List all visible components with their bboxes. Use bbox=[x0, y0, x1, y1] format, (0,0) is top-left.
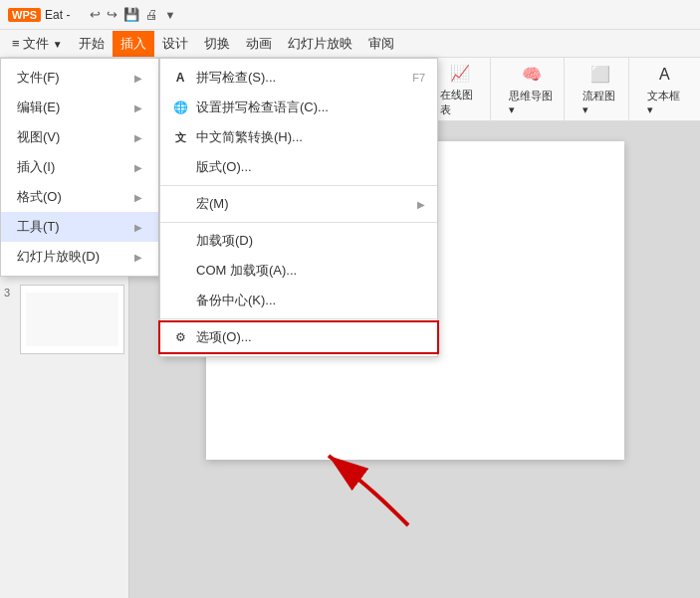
backup-icon bbox=[172, 293, 188, 308]
dropdown-insert-label: 插入(I) bbox=[17, 158, 55, 176]
slide-content-3 bbox=[26, 293, 118, 346]
options-gear-icon: ⚙ bbox=[172, 329, 188, 345]
backup-label: 备份中心(K)... bbox=[196, 292, 425, 309]
subtitle: Eat - bbox=[45, 8, 70, 22]
mindmap-icon: 🧠 bbox=[520, 63, 544, 87]
setlang-label: 设置拼写检查语言(C)... bbox=[196, 99, 425, 116]
submenu-options[interactable]: ⚙ 选项(O)... bbox=[160, 322, 437, 352]
dropdown-tools-arrow: ▶ bbox=[134, 222, 142, 233]
slide-num-3: 3 bbox=[4, 287, 16, 299]
dropdown-format[interactable]: 格式(O) ▶ bbox=[1, 182, 158, 212]
dropdown-file-label: 文件(F) bbox=[17, 69, 60, 87]
tab-insert[interactable]: 插入 bbox=[113, 31, 154, 57]
flowchart-label: 流程图▾ bbox=[583, 89, 617, 116]
macro-label: 宏(M) bbox=[196, 195, 409, 213]
comaddins-label: COM 加载项(A)... bbox=[196, 262, 425, 280]
textbox-btn[interactable]: A 文本框▾ bbox=[643, 61, 686, 118]
dropdown-view-arrow: ▶ bbox=[134, 132, 142, 143]
mindmap-label: 思维导图▾ bbox=[509, 89, 554, 116]
submenu-setlang[interactable]: 🌐 设置拼写检查语言(C)... bbox=[160, 93, 437, 122]
textbox-icon: A bbox=[652, 63, 676, 87]
slide-thumb-inner-3 bbox=[21, 286, 123, 353]
save-icon[interactable]: 💾 bbox=[123, 7, 139, 22]
menu-bar: ≡ 文件 ▼ 开始 插入 设计 切换 动画 幻灯片放映 审阅 bbox=[0, 30, 700, 58]
mindmap-btn[interactable]: 🧠 思维导图▾ bbox=[505, 61, 558, 118]
slide-item-3[interactable]: 3 bbox=[4, 285, 124, 354]
menu-item-file[interactable]: ≡ 文件 ▼ bbox=[4, 31, 71, 57]
chinese-convert-label: 中文简繁转换(H)... bbox=[196, 128, 425, 146]
options-label: 选项(O)... bbox=[196, 328, 425, 346]
submenu-chinese-convert[interactable]: 文 中文简繁转换(H)... bbox=[160, 122, 437, 152]
setlang-icon: 🌐 bbox=[172, 100, 188, 115]
dropdown-edit[interactable]: 编辑(E) ▶ bbox=[1, 93, 158, 122]
spellcheck-shortcut: F7 bbox=[412, 72, 425, 84]
print-icon[interactable]: 🖨 bbox=[145, 7, 158, 22]
submenu-backup[interactable]: 备份中心(K)... bbox=[160, 286, 437, 315]
redo-icon[interactable]: ↪ bbox=[107, 7, 117, 22]
toolbar-group-flowchart: ⬜ 流程图▾ bbox=[573, 58, 628, 120]
dropdown-arrow-icon[interactable]: ▼ bbox=[164, 9, 175, 21]
tab-design[interactable]: 设计 bbox=[154, 31, 196, 57]
macro-icon bbox=[172, 196, 188, 212]
toolbar-group-online-chart: 📈 在线图表 bbox=[430, 58, 491, 120]
tools-submenu: A 拼写检查(S)... F7 🌐 设置拼写检查语言(C)... 文 中文简繁转… bbox=[159, 58, 438, 357]
spellcheck-icon: A bbox=[172, 70, 188, 86]
dropdown-icon: ▼ bbox=[53, 39, 63, 50]
dropdown-view[interactable]: 视图(V) ▶ bbox=[1, 122, 158, 152]
dropdown-tools[interactable]: 工具(T) ▶ bbox=[1, 212, 158, 242]
flowchart-btn[interactable]: ⬜ 流程图▾ bbox=[579, 61, 621, 118]
dropdown-file-arrow: ▶ bbox=[134, 73, 142, 84]
tab-transition[interactable]: 切换 bbox=[196, 31, 238, 57]
title-text: Eat - bbox=[45, 8, 70, 22]
macro-arrow: ▶ bbox=[417, 199, 425, 210]
toolbar-group-textbox: A 文本框▾ bbox=[637, 58, 692, 120]
spellcheck-label: 拼写检查(S)... bbox=[196, 69, 404, 87]
format-icon bbox=[172, 159, 188, 175]
addins-label: 加载项(D) bbox=[196, 232, 425, 250]
app-logo: WPS bbox=[8, 8, 41, 22]
title-bar: WPS Eat - ↩ ↪ 💾 🖨 ▼ bbox=[0, 0, 700, 30]
dropdown-tools-label: 工具(T) bbox=[17, 218, 60, 236]
dropdown-edit-arrow: ▶ bbox=[134, 102, 142, 113]
textbox-label: 文本框▾ bbox=[647, 89, 682, 116]
submenu-spellcheck[interactable]: A 拼写检查(S)... F7 bbox=[160, 63, 437, 93]
addins-icon bbox=[172, 233, 188, 249]
flowchart-icon: ⬜ bbox=[588, 63, 612, 87]
submenu-divider-1 bbox=[160, 185, 437, 186]
online-chart-label: 在线图表 bbox=[440, 88, 480, 117]
online-chart-btn[interactable]: 📈 在线图表 bbox=[436, 60, 484, 119]
comaddins-icon bbox=[172, 263, 188, 279]
dropdown-insert[interactable]: 插入(I) ▶ bbox=[1, 152, 158, 182]
wps-icon: WPS bbox=[8, 8, 41, 22]
tab-slideshow[interactable]: 幻灯片放映 bbox=[280, 31, 360, 57]
title-bar-left: WPS Eat - bbox=[8, 8, 70, 22]
submenu-macro[interactable]: 宏(M) ▶ bbox=[160, 189, 437, 219]
dropdown-format-arrow: ▶ bbox=[134, 192, 142, 203]
dropdown-slideshow-label: 幻灯片放映(D) bbox=[17, 248, 100, 266]
submenu-divider-3 bbox=[160, 318, 437, 319]
submenu-divider-2 bbox=[160, 222, 437, 223]
file-dropdown: 文件(F) ▶ 编辑(E) ▶ 视图(V) ▶ 插入(I) ▶ 格式(O) ▶ … bbox=[0, 58, 159, 277]
submenu-comaddins[interactable]: COM 加载项(A)... bbox=[160, 256, 437, 286]
tab-start[interactable]: 开始 bbox=[71, 31, 113, 57]
tab-animation[interactable]: 动画 bbox=[238, 31, 280, 57]
dropdown-view-label: 视图(V) bbox=[17, 128, 60, 146]
dropdown-slideshow-arrow: ▶ bbox=[134, 252, 142, 263]
dropdown-slideshow[interactable]: 幻灯片放映(D) ▶ bbox=[1, 242, 158, 272]
tab-review[interactable]: 审阅 bbox=[360, 31, 402, 57]
submenu-addins[interactable]: 加载项(D) bbox=[160, 226, 437, 256]
toolbar-group-mindmap: 🧠 思维导图▾ bbox=[499, 58, 565, 120]
slide-thumb-3[interactable] bbox=[20, 285, 124, 354]
undo-icon[interactable]: ↩ bbox=[90, 7, 101, 22]
quick-access-toolbar: ↩ ↪ 💾 🖨 ▼ bbox=[90, 7, 175, 22]
online-chart-icon: 📈 bbox=[448, 62, 472, 86]
dropdown-edit-label: 编辑(E) bbox=[17, 99, 60, 116]
dropdown-file[interactable]: 文件(F) ▶ bbox=[1, 63, 158, 93]
submenu-format[interactable]: 版式(O)... bbox=[160, 152, 437, 182]
dropdown-insert-arrow: ▶ bbox=[134, 162, 142, 173]
format-label: 版式(O)... bbox=[196, 158, 425, 176]
file-menu-icon: 文件 bbox=[23, 36, 49, 51]
dropdown-format-label: 格式(O) bbox=[17, 188, 62, 206]
chinese-convert-icon: 文 bbox=[172, 129, 188, 145]
